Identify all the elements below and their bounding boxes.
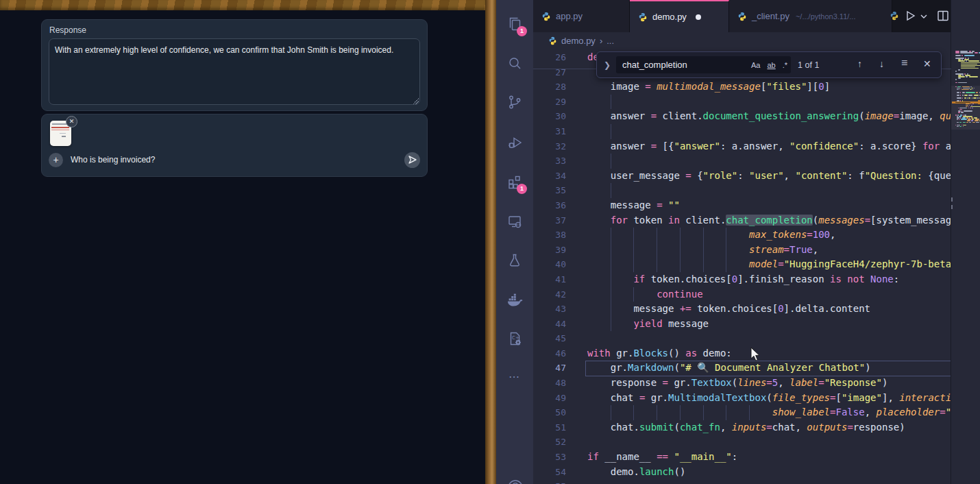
code-line: 40model="HuggingFaceH4/zephyr-7b-beta"): xyxy=(496,257,951,272)
python-icon-partial xyxy=(890,11,899,21)
code-line: 34user_message = {"role": "user", "conte… xyxy=(496,169,951,184)
code-line: 37for token in client.chat_completion(me… xyxy=(496,213,951,228)
split-editor-button[interactable] xyxy=(936,9,950,23)
breadcrumb-file[interactable]: demo.py xyxy=(561,36,596,46)
textarea-resize-handle[interactable] xyxy=(413,98,419,104)
code-line: 52 xyxy=(496,435,951,450)
code-line: 51chat.submit(chat_fn, inputs=chat, outp… xyxy=(496,420,951,435)
explorer-badge: 1 xyxy=(517,26,527,36)
toggle-replace-chevron[interactable]: ❯ xyxy=(604,60,611,70)
tab-label: app.py xyxy=(556,11,583,21)
code-line: 49chat = gr.MultimodalTextbox(file_types… xyxy=(496,391,951,406)
code-line: 39stream=True, xyxy=(496,243,951,258)
minimap[interactable] xyxy=(951,0,980,484)
overview-ruler-mark xyxy=(951,197,953,202)
desktop-wallpaper-gap xyxy=(485,0,496,484)
previous-match-button[interactable]: ↑ xyxy=(857,58,862,69)
code-line: 47gr.Markdown("# 🔍 Document Analyzer Cha… xyxy=(496,361,951,376)
explorer-activity-button[interactable]: 1 xyxy=(496,5,533,43)
breadcrumb[interactable]: demo.py › ... xyxy=(533,32,951,49)
unsaved-dot[interactable] xyxy=(696,14,701,20)
add-file-button[interactable]: + xyxy=(49,153,63,167)
code-line: 31 xyxy=(496,124,951,139)
response-textarea[interactable]: With an extremely high level of confiden… xyxy=(49,38,420,105)
code-line: 33 xyxy=(496,154,951,169)
find-input[interactable]: chat_completion Aa ab .* xyxy=(616,56,791,73)
code-line: 50show_label=False, placeholder="Upload … xyxy=(496,405,951,420)
code-line: 35 xyxy=(496,183,951,198)
code-line: 32answer = [{"answer": a.answer, "confid… xyxy=(496,139,951,154)
code-line: 36message = "" xyxy=(496,198,951,213)
find-results-count: 1 of 1 xyxy=(798,60,819,70)
python-icon xyxy=(541,12,551,21)
tab-label: _client.py xyxy=(752,11,789,21)
code-line: 55 xyxy=(496,479,951,484)
code-lines[interactable]: 26def chat_fn(multimodal_message):27ques… xyxy=(496,50,951,484)
code-line: 29 xyxy=(496,95,951,110)
python-icon xyxy=(737,12,747,21)
code-line: 53if __name__ == "__main__": xyxy=(496,450,951,465)
overview-ruler-mark xyxy=(951,205,953,209)
next-match-button[interactable]: ↓ xyxy=(879,58,884,69)
find-in-selection-button[interactable]: ≡ xyxy=(901,57,907,69)
code-line: 44yield message xyxy=(496,317,951,332)
chat-input[interactable]: Who is being invoiced? xyxy=(71,155,155,165)
regex-toggle[interactable]: .* xyxy=(783,61,787,69)
tab-bar: app.py demo.py _client.py ~/.../python3.… xyxy=(533,0,980,32)
code-line: 48response = gr.Textbox(lines=5, label="… xyxy=(496,376,951,391)
close-find-button[interactable]: ✕ xyxy=(923,58,931,69)
multimodal-input-block: ✕ + Who is being invoiced? xyxy=(41,114,428,177)
find-query[interactable]: chat_completion xyxy=(616,60,748,70)
desktop-wallpaper-strip xyxy=(0,0,487,10)
remove-attachment-button[interactable]: ✕ xyxy=(66,116,77,128)
code-line: 41if token.choices[0].finish_reason is n… xyxy=(496,272,951,287)
gradio-app-window: Response With an extremely high level of… xyxy=(0,10,485,484)
code-line: 43message += token.choices[0].delta.cont… xyxy=(496,302,951,317)
whole-word-toggle[interactable]: ab xyxy=(767,61,775,69)
send-button[interactable] xyxy=(404,152,420,168)
run-dropdown-chevron[interactable] xyxy=(920,12,928,21)
code-line: 54demo.launch() xyxy=(496,465,951,480)
response-label: Response xyxy=(49,25,86,35)
send-icon xyxy=(408,155,417,165)
vscode-window: 1 xyxy=(496,0,980,484)
code-line: 45 xyxy=(496,331,951,346)
find-widget: ❯ chat_completion Aa ab .* 1 of 1 ↑ ↓ ≡ … xyxy=(596,51,942,78)
code-line: 38max_tokens=100, xyxy=(496,228,951,243)
tab-app-py[interactable]: app.py xyxy=(533,0,630,32)
response-block: Response With an extremely high level of… xyxy=(41,19,428,111)
code-line: 30answer = client.document_question_answ… xyxy=(496,109,951,124)
run-python-file-button[interactable] xyxy=(903,9,917,23)
tab-demo-py[interactable]: demo.py xyxy=(630,0,729,32)
code-line: 42continue xyxy=(496,287,951,302)
match-case-toggle[interactable]: Aa xyxy=(751,61,760,69)
tab-label: demo.py xyxy=(652,12,687,22)
tab-client-py[interactable]: _client.py ~/.../python3.11/... xyxy=(729,0,892,32)
code-line: 46with gr.Blocks() as demo: xyxy=(496,346,951,361)
code-line: 28image = multimodal_message["files"][0] xyxy=(496,80,951,95)
breadcrumb-separator: › xyxy=(600,36,602,46)
breadcrumb-more[interactable]: ... xyxy=(607,36,614,46)
python-icon xyxy=(548,36,557,45)
python-icon xyxy=(638,12,648,22)
tab-path: ~/.../python3.11/... xyxy=(796,12,856,21)
screen: Response With an extremely high level of… xyxy=(0,0,980,484)
